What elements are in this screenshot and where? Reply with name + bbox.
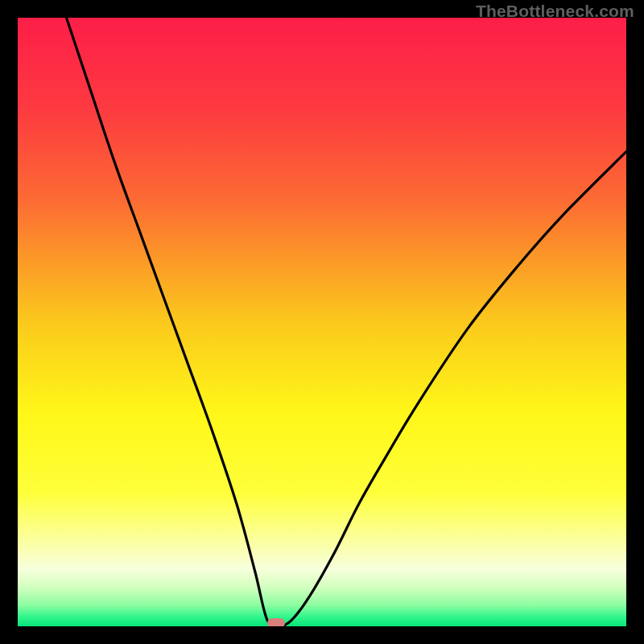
outer-frame: TheBottleneck.com [0, 0, 644, 644]
plot-area [18, 18, 626, 626]
bottleneck-curve [18, 18, 626, 626]
minimum-marker [267, 618, 285, 626]
